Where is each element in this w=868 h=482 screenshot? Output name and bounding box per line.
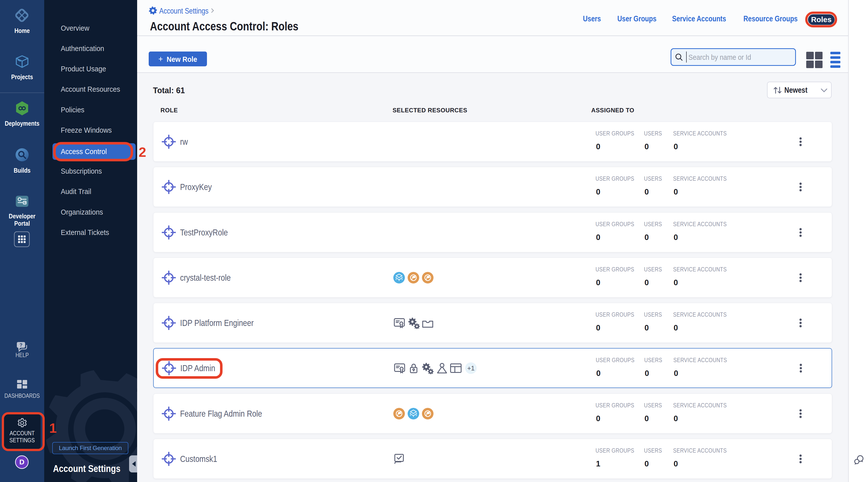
svg-text:?: ?: [20, 342, 23, 348]
